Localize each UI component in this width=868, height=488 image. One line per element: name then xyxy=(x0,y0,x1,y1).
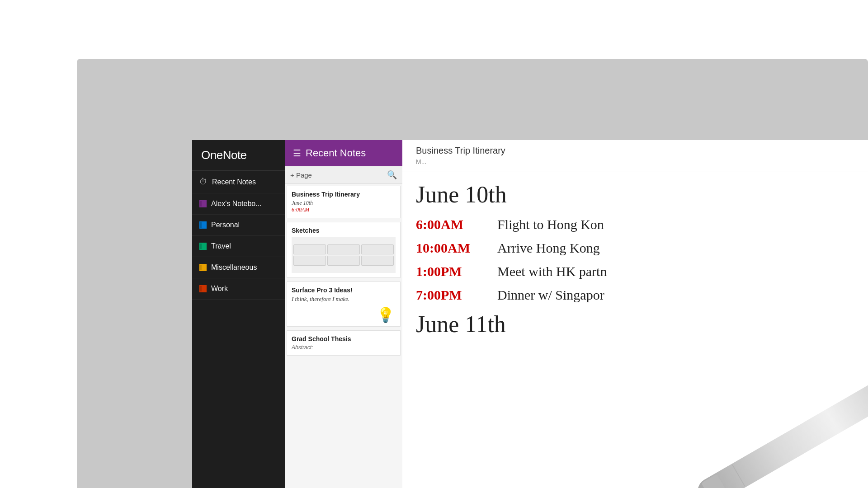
add-page-label: + Page xyxy=(290,171,312,179)
svg-line-13 xyxy=(732,465,745,486)
sidebar-item-recent[interactable]: ⏱ Recent Notes xyxy=(192,171,285,193)
pages-panel-title: Recent Notes xyxy=(306,147,366,159)
notebook-icon-work xyxy=(199,285,207,292)
menu-icon[interactable]: ☰ xyxy=(293,148,301,159)
date-heading-2: June 11th xyxy=(416,311,854,338)
svg-rect-5 xyxy=(200,244,202,249)
page-preview-time: 6:00AM xyxy=(292,206,396,213)
sidebar-item-personal[interactable]: Personal xyxy=(192,215,285,236)
page-item-grad-school[interactable]: Grad School Thesis Abstract: xyxy=(287,330,401,356)
svg-rect-7 xyxy=(200,265,202,270)
page-title-grad-school: Grad School Thesis xyxy=(292,335,396,343)
time-entry-1: 6:00AM Flight to Hong Kon xyxy=(416,217,854,232)
time-desc-2: Arrive Hong Kong xyxy=(497,240,600,256)
pages-toolbar: + Page 🔍 xyxy=(285,166,402,184)
note-header-sub: M... xyxy=(416,158,426,165)
main-content: Business Trip Itinerary M... June 10th 6… xyxy=(402,140,868,488)
sketch-box-4 xyxy=(293,256,326,266)
search-button[interactable]: 🔍 xyxy=(387,170,397,180)
sidebar: OneNote ⏱ Recent Notes Alex's Notebo... … xyxy=(192,140,285,488)
app-screen: OneNote ⏱ Recent Notes Alex's Notebo... … xyxy=(192,140,868,488)
sidebar-item-alexs-notebook[interactable]: Alex's Notebo... xyxy=(192,193,285,215)
sketch-box-1 xyxy=(293,244,326,254)
notebook-icon-misc xyxy=(199,264,207,271)
app-title: OneNote xyxy=(192,140,285,171)
page-preview-surface: I think, therefore I make. xyxy=(292,296,396,303)
sketch-box-3 xyxy=(361,244,394,254)
page-preview-date: June 10th xyxy=(292,200,396,206)
page-title-surface-pro: Surface Pro 3 Ideas! xyxy=(292,286,396,294)
recent-icon: ⏱ xyxy=(199,177,208,187)
time-desc-4: Dinner w/ Singapor xyxy=(497,287,604,303)
note-content: June 10th 6:00AM Flight to Hong Kon 10:0… xyxy=(402,172,868,347)
sidebar-item-recent-label: Recent Notes xyxy=(212,178,256,186)
svg-rect-12 xyxy=(701,474,729,488)
note-header-title: Business Trip Itinerary xyxy=(416,145,505,155)
time-entry-4: 7:00PM Dinner w/ Singapor xyxy=(416,287,854,303)
svg-rect-3 xyxy=(200,222,202,228)
time-label-1: 6:00AM xyxy=(416,217,488,232)
content-header: Business Trip Itinerary M... xyxy=(402,140,868,172)
time-entry-2: 10:00AM Arrive Hong Kong xyxy=(416,240,854,256)
time-entry-3: 1:00PM Meet with HK partn xyxy=(416,264,854,279)
sidebar-item-misc-label: Miscellaneous xyxy=(211,263,257,272)
svg-rect-9 xyxy=(200,286,202,291)
lightbulb-icon: 💡 xyxy=(377,306,395,324)
time-label-2: 10:00AM xyxy=(416,240,488,256)
notebook-icon-alex xyxy=(199,200,207,207)
page-preview-abstract: Abstract: xyxy=(292,344,396,351)
time-label-3: 1:00PM xyxy=(416,264,488,279)
page-title-business-trip: Business Trip Itinerary xyxy=(292,191,396,198)
sidebar-item-work[interactable]: Work xyxy=(192,278,285,300)
sketch-box-6 xyxy=(361,256,394,266)
top-white-margin xyxy=(0,0,868,61)
sidebar-item-work-label: Work xyxy=(211,285,228,293)
page-title-sketches: Sketches xyxy=(292,227,396,234)
pages-panel: ☰ Recent Notes + Page 🔍 Business Trip It… xyxy=(285,140,402,488)
date-heading-1: June 10th xyxy=(416,181,854,208)
svg-rect-1 xyxy=(200,201,202,206)
sidebar-item-personal-label: Personal xyxy=(211,221,240,229)
sketch-box-5 xyxy=(327,256,360,266)
add-page-button[interactable]: + Page xyxy=(290,171,312,179)
notebook-icon-personal xyxy=(199,221,207,229)
time-desc-3: Meet with HK partn xyxy=(497,264,607,279)
search-icon: 🔍 xyxy=(387,170,397,179)
notebook-icon-travel xyxy=(199,243,207,250)
sketch-box-2 xyxy=(327,244,360,254)
sidebar-item-travel-label: Travel xyxy=(211,242,231,250)
page-item-surface-pro[interactable]: Surface Pro 3 Ideas! I think, therefore … xyxy=(287,282,401,327)
time-label-4: 7:00PM xyxy=(416,287,488,303)
page-item-sketches[interactable]: Sketches xyxy=(287,222,401,278)
sidebar-item-alexs-label: Alex's Notebo... xyxy=(211,200,262,208)
sidebar-item-travel[interactable]: Travel xyxy=(192,236,285,257)
pages-header: ☰ Recent Notes xyxy=(285,140,402,166)
time-desc-1: Flight to Hong Kon xyxy=(497,217,604,232)
svg-rect-10 xyxy=(693,333,868,488)
page-item-business-trip[interactable]: Business Trip Itinerary June 10th 6:00AM xyxy=(287,186,401,218)
sketch-grid xyxy=(292,243,396,267)
sidebar-item-miscellaneous[interactable]: Miscellaneous xyxy=(192,257,285,278)
sketches-thumbnail xyxy=(292,237,396,273)
